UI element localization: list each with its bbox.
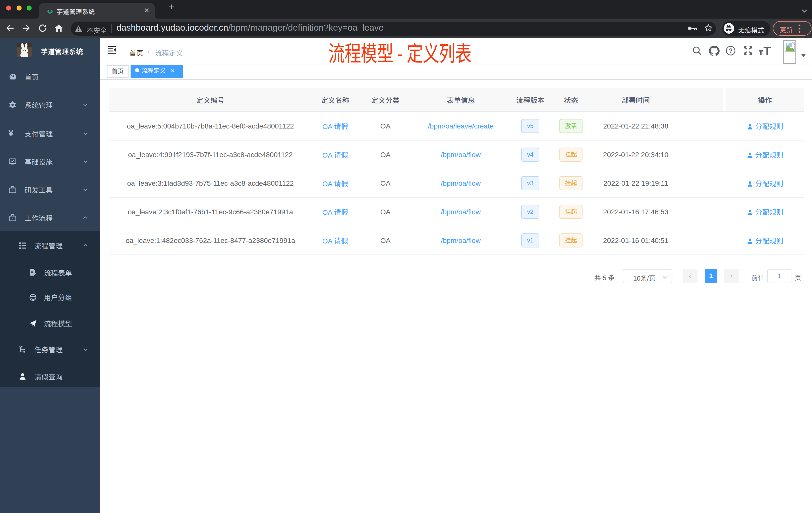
svg-text:?: ?: [729, 48, 732, 54]
